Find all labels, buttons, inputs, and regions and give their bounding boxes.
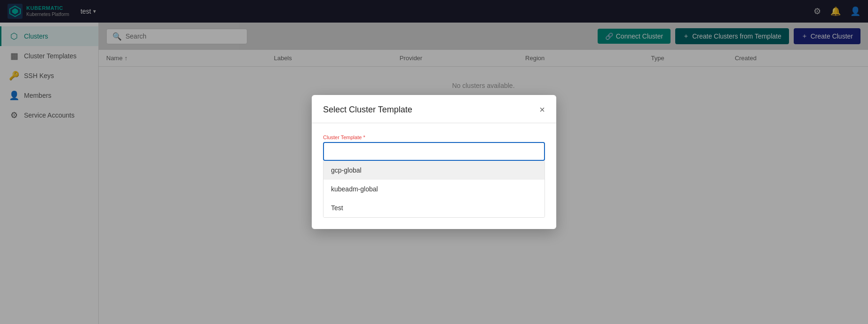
modal-overlay[interactable]: Select Cluster Template × Cluster Templa… (0, 0, 868, 324)
modal-title: Select Cluster Template (323, 105, 412, 115)
required-indicator: * (363, 134, 365, 140)
select-template-modal: Select Cluster Template × Cluster Templa… (312, 95, 556, 229)
modal-header: Select Cluster Template × (312, 95, 556, 123)
modal-body: Cluster Template * gcp-global kubeadm-gl… (312, 123, 556, 218)
cluster-template-input[interactable] (323, 142, 545, 161)
dropdown-item-gcp-global[interactable]: gcp-global (324, 161, 544, 180)
template-field-label: Cluster Template * (323, 134, 545, 140)
dropdown-item-test[interactable]: Test (324, 198, 544, 217)
template-dropdown-list: gcp-global kubeadm-global Test (323, 161, 545, 218)
dropdown-item-kubeadm-global[interactable]: kubeadm-global (324, 180, 544, 198)
modal-close-button[interactable]: × (539, 104, 545, 115)
